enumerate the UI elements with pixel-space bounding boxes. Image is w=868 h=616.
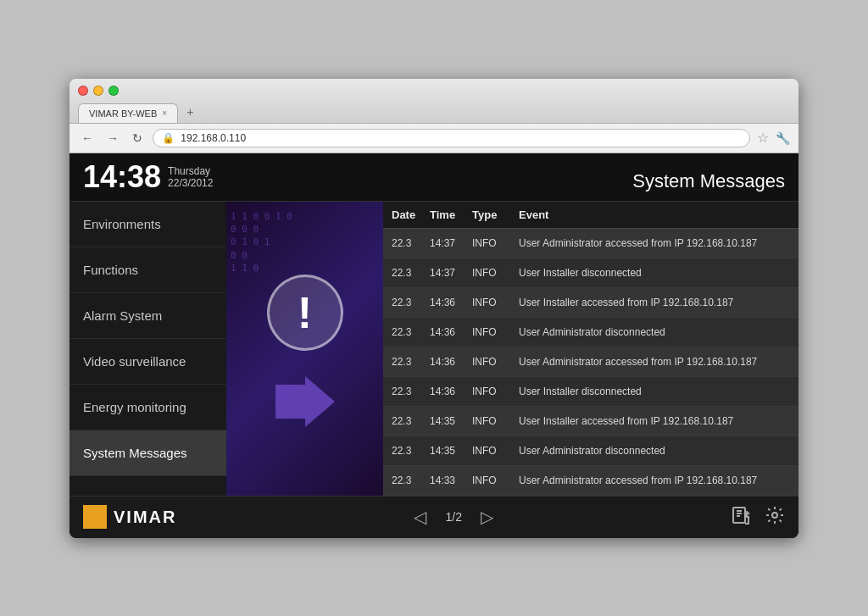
sidebar-item-video[interactable]: Video surveillance [70,339,226,385]
table-row: 22.3 14:36 INFO User Installer accessed … [383,288,798,318]
table-row: 22.3 14:37 INFO User Administrator acces… [383,229,798,258]
cell-time: 14:36 [430,386,472,397]
address-bar: ← → ↻ 🔒 192.168.0.110 ☆ 🔧 [70,124,798,153]
cell-event: User Administrator accessed from IP 192.… [519,474,790,486]
browser-buttons [78,86,790,96]
cell-event: User Administrator disconnected [519,326,790,338]
content-area: 1 1 0 0 1 0 0 0 0 0 1 0 1 0 0 1 1 0 ! [226,202,798,496]
exclaim-icon: ! [298,291,312,335]
table-row: 22.3 14:35 INFO User Administrator disco… [383,436,798,466]
date-info: Thursday 22/3/2012 [168,165,213,192]
cell-type: INFO [472,474,519,486]
time-display: 14:38 Thursday 22/3/2012 [83,162,213,192]
cell-type: INFO [472,415,519,427]
page-title: System Messages [632,170,785,192]
cell-time: 14:35 [430,415,472,427]
cell-date: 22.3 [392,474,430,486]
svg-marker-0 [275,376,335,427]
sidebar-item-energy[interactable]: Energy monitoring [70,385,226,430]
url-field[interactable]: 🔒 192.168.0.110 [153,129,750,147]
maximize-button[interactable] [108,86,119,96]
app-container: 14:38 Thursday 22/3/2012 System Messages… [70,153,798,538]
app-body: Environments Functions Alarm System Vide… [70,202,798,496]
forward-button[interactable]: → [103,130,122,147]
messages-table: Date Time Type Event 22.3 14:37 INFO Use… [383,202,798,496]
cell-event: User Installer disconnected [519,386,790,397]
cell-type: INFO [472,356,519,368]
footer-actions [731,505,785,530]
app-footer: VIMAR ◁ 1/2 ▷ [70,496,798,538]
cell-type: INFO [472,386,519,397]
export-button[interactable] [731,505,751,530]
sidebar-item-environments[interactable]: Environments [70,202,226,247]
table-header: Date Time Type Event [383,202,798,229]
page-indicator: 1/2 [445,510,461,524]
sidebar: Environments Functions Alarm System Vide… [70,202,226,496]
cell-type: INFO [472,237,519,249]
minimize-button[interactable] [93,86,103,96]
cell-time: 14:36 [430,356,472,368]
sidebar-item-messages[interactable]: System Messages [70,430,226,476]
cell-date: 22.3 [392,237,430,249]
sidebar-item-functions[interactable]: Functions [70,247,226,293]
sidebar-item-alarm[interactable]: Alarm System [70,293,226,339]
cell-time: 14:35 [430,445,472,457]
prev-page-button[interactable]: ◁ [409,505,431,529]
day-name: Thursday [168,165,213,177]
new-tab-button[interactable]: + [180,101,200,123]
cell-type: INFO [472,267,519,279]
cell-type: INFO [472,326,519,338]
bookmark-icon[interactable]: ☆ [757,130,769,146]
cell-time: 14:36 [430,326,472,338]
background-image: 1 1 0 0 1 0 0 0 0 0 1 0 1 0 0 1 1 0 ! [226,202,383,496]
app-header: 14:38 Thursday 22/3/2012 System Messages [70,153,798,202]
logo-text: VIMAR [114,508,176,527]
settings-button[interactable] [765,505,785,530]
col-date: Date [392,208,430,221]
table-row: 22.3 14:36 INFO User Administrator disco… [383,318,798,347]
svg-point-9 [772,513,777,518]
cell-event: User Administrator accessed from IP 192.… [519,237,790,249]
next-page-button[interactable]: ▷ [476,505,498,529]
tab-close-icon[interactable]: × [162,108,167,118]
col-time: Time [430,208,472,221]
cell-date: 22.3 [392,415,430,427]
cell-date: 22.3 [392,445,430,457]
reload-button[interactable]: ↻ [129,130,146,147]
settings-icon[interactable]: 🔧 [776,131,790,145]
cell-date: 22.3 [392,356,430,368]
url-text: 192.168.0.110 [181,132,246,144]
footer-logo: VIMAR [83,505,176,529]
cell-event: User Administrator accessed from IP 192.… [519,356,790,368]
footer-nav: ◁ 1/2 ▷ [409,505,498,529]
active-tab[interactable]: VIMAR BY-WEB × [78,103,178,123]
back-button[interactable]: ← [78,130,97,147]
cell-time: 14:37 [430,267,472,279]
cell-event: User Installer disconnected [519,267,790,279]
date-value: 22/3/2012 [168,177,213,189]
cell-event: User Installer accessed from IP 192.168.… [519,415,790,427]
cell-type: INFO [472,445,519,457]
table-row: 22.3 14:33 INFO User Administrator acces… [383,466,798,496]
cell-event: User Administrator disconnected [519,445,790,457]
cell-date: 22.3 [392,326,430,338]
bg-overlay: ! [226,202,383,496]
vimar-logo-icon [83,505,107,529]
cell-date: 22.3 [392,297,430,308]
url-icon: 🔒 [162,132,175,144]
table-row: 22.3 14:36 INFO User Administrator acces… [383,347,798,377]
arrow-graphic [275,376,335,439]
table-row: 22.3 14:37 INFO User Installer disconnec… [383,258,798,288]
col-event: Event [519,208,790,221]
close-button[interactable] [78,86,88,96]
browser-window: VIMAR BY-WEB × + ← → ↻ 🔒 192.168.0.110 ☆… [70,79,798,538]
time-value: 14:38 [83,162,161,192]
cell-date: 22.3 [392,386,430,397]
cell-time: 14:36 [430,297,472,308]
table-row: 22.3 14:36 INFO User Installer disconnec… [383,377,798,407]
cell-date: 22.3 [392,267,430,279]
tab-title: VIMAR BY-WEB [89,108,157,119]
exclaim-circle: ! [267,275,343,351]
cell-time: 14:33 [430,474,472,486]
table-body: 22.3 14:37 INFO User Administrator acces… [383,229,798,496]
